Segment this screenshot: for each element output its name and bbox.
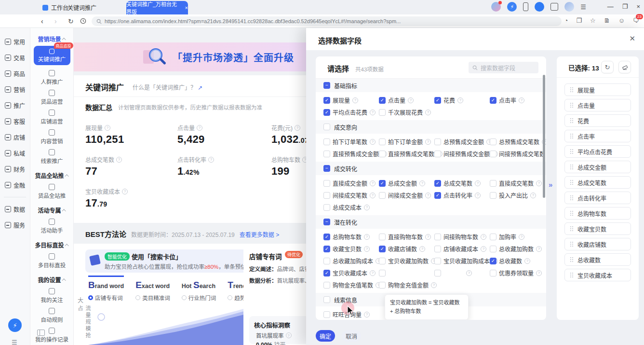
field-checkbox-千次展现花费[interactable]: 千次展现花费?: [379, 106, 434, 118]
subnav-item-活动助手[interactable]: 活动助手: [30, 219, 73, 234]
info-icon[interactable]: ?: [370, 193, 376, 198]
field-checkbox-直接预售成交金额[interactable]: 直接预售成交金额?: [323, 148, 379, 160]
history-clock-icon[interactable]: [80, 18, 86, 25]
info-icon[interactable]: ?: [519, 97, 524, 103]
info-icon[interactable]: ?: [536, 270, 542, 276]
sidebar-item-财务[interactable]: 财务: [0, 161, 30, 177]
info-icon[interactable]: ?: [524, 258, 530, 264]
avatar[interactable]: [564, 2, 574, 12]
section-checkbox[interactable]: −: [323, 165, 330, 172]
field-checkbox-购物金充值金额[interactable]: 购物金充值金额?: [379, 279, 434, 291]
panel-collapse-icon[interactable]: [37, 330, 45, 336]
field-checkbox-hidden[interactable]: [379, 267, 434, 279]
selected-field-点击率[interactable]: 点击率: [564, 130, 631, 142]
info-icon[interactable]: ?: [425, 193, 431, 198]
subnav-section-活动专属[interactable]: 活动专属: [30, 206, 73, 214]
info-icon[interactable]: ?: [475, 180, 481, 186]
speed-gauge-icon[interactable]: ◔: [564, 17, 568, 24]
sidebar-item-交易[interactable]: 交易: [0, 50, 30, 66]
sidebar-item-常用[interactable]: 常用: [0, 34, 30, 50]
collapse-panel-icon[interactable]: »: [549, 180, 552, 189]
drag-handle-icon[interactable]: [570, 226, 574, 232]
sidebar-collapse-icon[interactable]: ☰: [12, 339, 17, 345]
lightning-extension-icon[interactable]: ⚡: [507, 2, 517, 12]
info-icon[interactable]: ?: [364, 246, 370, 252]
field-checkbox-收藏店铺数[interactable]: ✓收藏店铺数?: [379, 243, 434, 255]
selected-field-平均点击花费[interactable]: 平均点击花费: [564, 145, 631, 158]
subnav-item-店铺运营[interactable]: 店铺运营: [30, 110, 73, 125]
section-checkbox[interactable]: [323, 124, 330, 130]
info-icon[interactable]: ?: [425, 110, 431, 115]
drag-handle-icon[interactable]: [570, 257, 574, 262]
field-checkbox-宝贝收藏加购数[interactable]: 宝贝收藏加购数?: [379, 255, 434, 267]
subnav-item-货品运营[interactable]: 货品运营: [30, 90, 73, 105]
selected-field-点击量[interactable]: 点击量: [564, 99, 631, 111]
cookie-icon[interactable]: ☺: [618, 17, 625, 24]
sidebar-item-数据[interactable]: 数据: [0, 201, 30, 217]
selected-field-花费[interactable]: 花费: [564, 114, 631, 127]
messages-icon[interactable]: 🗨23: [633, 17, 639, 24]
help-link[interactable]: 什么是「关键词推广」？ ↗: [133, 83, 202, 91]
drag-handle-icon[interactable]: [570, 102, 574, 108]
field-checkbox-总预售成交笔数[interactable]: 总预售成交笔数?: [490, 136, 546, 148]
info-icon[interactable]: ?: [197, 125, 202, 131]
subnav-section-货品全站推[interactable]: 货品全站推: [30, 171, 73, 179]
info-icon[interactable]: ?: [419, 180, 425, 186]
info-icon[interactable]: ?: [122, 189, 128, 194]
info-icon[interactable]: ?: [519, 234, 524, 240]
field-checkbox-间接预售成交笔数[interactable]: 间接预售成交笔数?: [490, 148, 546, 160]
field-checkbox-购物金充值笔数[interactable]: 购物金充值笔数?: [323, 279, 379, 291]
selected-field-收藏店铺数[interactable]: 收藏店铺数: [564, 238, 631, 250]
sidebar-item-私域[interactable]: 私域: [0, 145, 30, 161]
drag-handle-icon[interactable]: [570, 179, 574, 185]
subnav-item-关键词推广[interactable]: 商品追投关键词推广: [34, 46, 70, 65]
drag-handle-icon[interactable]: [570, 195, 574, 201]
clear-all-button[interactable]: [618, 61, 631, 73]
close-window-button[interactable]: ×: [636, 3, 640, 10]
field-checkbox-宝贝收藏成本[interactable]: ✓宝贝收藏成本?: [323, 267, 379, 279]
save-page-icon[interactable]: 🗎: [604, 17, 610, 24]
field-checkbox-店铺收藏成本[interactable]: 店铺收藏成本?: [434, 243, 490, 255]
field-checkbox-间接成交笔数[interactable]: 间接成交笔数?: [323, 189, 379, 201]
info-icon[interactable]: ?: [352, 97, 358, 103]
field-checkbox-加购率[interactable]: 加购率?: [490, 231, 546, 243]
back-icon[interactable]: ‹: [41, 18, 43, 25]
subnav-item-多目标直投[interactable]: 多目标直投: [30, 253, 73, 269]
subnav-item-内容营销[interactable]: 内容营销: [30, 129, 73, 145]
selected-field-收藏宝贝数[interactable]: 收藏宝贝数: [564, 222, 631, 235]
tab-close-icon[interactable]: ×: [185, 5, 188, 11]
subnav-section-我的设置[interactable]: 我的设置: [30, 276, 73, 284]
field-checkbox-总预售成交金额[interactable]: 总预售成交金额?: [434, 136, 490, 148]
drag-handle-icon[interactable]: [570, 133, 574, 139]
selected-field-展现量[interactable]: 展现量: [564, 83, 631, 96]
info-icon[interactable]: ?: [116, 157, 122, 163]
subnav-section-多目标直投[interactable]: 多目标直投: [30, 241, 73, 249]
info-icon[interactable]: ?: [370, 270, 376, 276]
sidebar-item-客服[interactable]: 客服: [0, 113, 30, 129]
field-checkbox-间接预售成交金额[interactable]: 间接预售成交金额?: [434, 148, 490, 160]
confirm-button[interactable]: 确定: [316, 330, 335, 342]
sidebar-item-店铺[interactable]: 店铺: [0, 129, 30, 145]
field-checkbox-总收藏数[interactable]: ✓总收藏数?: [490, 255, 546, 267]
field-checkbox-拍下订单金额[interactable]: 拍下订单金额?: [379, 136, 434, 148]
field-checkbox-直接成交金额[interactable]: 直接成交金额?: [323, 177, 379, 189]
sidebar-item-商品[interactable]: 商品: [0, 66, 30, 82]
info-icon[interactable]: ?: [425, 234, 431, 240]
scrollbar-thumb[interactable]: [543, 75, 545, 198]
field-checkbox-间接购物车数[interactable]: 间接购物车数?: [434, 231, 490, 243]
info-icon[interactable]: ?: [208, 157, 214, 163]
selected-field-总成交笔数[interactable]: 总成交笔数: [564, 176, 631, 189]
section-checkbox[interactable]: [323, 296, 330, 303]
info-icon[interactable]: ?: [105, 125, 110, 131]
section-checkbox[interactable]: −: [323, 82, 330, 89]
info-icon[interactable]: ?: [475, 193, 481, 198]
subnav-item-人群推广[interactable]: 人群推广: [30, 70, 73, 85]
minimize-button[interactable]: —: [607, 3, 614, 10]
refresh-icon[interactable]: ↻: [68, 18, 74, 25]
url-field[interactable]: https://one.alimama.com/index.html?spm=a…: [92, 16, 562, 26]
field-checkbox-直接购物车数[interactable]: 直接购物车数?: [379, 231, 434, 243]
browser-logo-icon[interactable]: [535, 2, 544, 12]
info-icon[interactable]: ?: [364, 234, 370, 240]
section-header-潜在转化[interactable]: −潜在转化: [316, 215, 546, 229]
info-icon[interactable]: ?: [457, 97, 463, 103]
